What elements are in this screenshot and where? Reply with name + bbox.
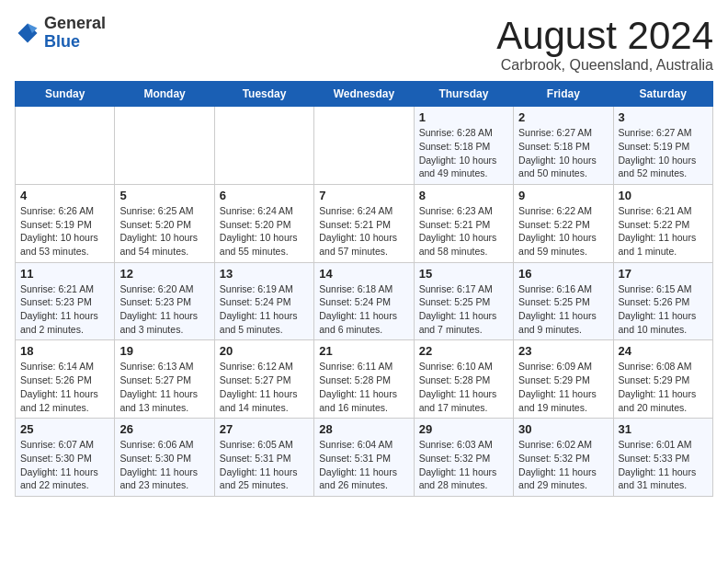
- calendar-cell: 23Sunrise: 6:09 AM Sunset: 5:29 PM Dayli…: [514, 340, 613, 419]
- day-info: Sunrise: 6:09 AM Sunset: 5:29 PM Dayligh…: [518, 360, 608, 414]
- day-number: 29: [419, 422, 508, 436]
- logo-general: General: [44, 14, 106, 32]
- day-info: Sunrise: 6:13 AM Sunset: 5:27 PM Dayligh…: [119, 360, 209, 414]
- calendar-cell: 16Sunrise: 6:16 AM Sunset: 5:25 PM Dayli…: [514, 262, 613, 340]
- day-info: Sunrise: 6:17 AM Sunset: 5:25 PM Dayligh…: [419, 282, 508, 337]
- calendar-cell: [214, 107, 313, 185]
- day-info: Sunrise: 6:05 AM Sunset: 5:31 PM Dayligh…: [220, 438, 309, 492]
- day-number: 15: [419, 267, 508, 281]
- calendar-cell: 15Sunrise: 6:17 AM Sunset: 5:25 PM Dayli…: [414, 262, 513, 340]
- calendar-cell: 7Sunrise: 6:24 AM Sunset: 5:21 PM Daylig…: [314, 184, 414, 262]
- calendar-cell: 26Sunrise: 6:06 AM Sunset: 5:30 PM Dayli…: [115, 419, 214, 497]
- calendar-cell: 14Sunrise: 6:18 AM Sunset: 5:24 PM Dayli…: [314, 262, 414, 340]
- calendar-cell: 12Sunrise: 6:20 AM Sunset: 5:23 PM Dayli…: [115, 262, 214, 340]
- calendar-week-3: 11Sunrise: 6:21 AM Sunset: 5:23 PM Dayli…: [16, 262, 713, 340]
- day-number: 1: [419, 110, 508, 124]
- logo-icon: [15, 20, 40, 46]
- month-title: August 2024: [496, 15, 713, 57]
- day-number: 24: [619, 344, 708, 358]
- calendar-cell: 24Sunrise: 6:08 AM Sunset: 5:29 PM Dayli…: [613, 340, 712, 419]
- day-number: 26: [119, 422, 209, 436]
- logo-text: General Blue: [44, 15, 106, 52]
- day-number: 11: [20, 267, 109, 281]
- calendar-cell: 27Sunrise: 6:05 AM Sunset: 5:31 PM Dayli…: [214, 419, 313, 497]
- day-number: 4: [20, 189, 109, 202]
- day-number: 9: [518, 189, 608, 202]
- calendar-cell: [115, 107, 214, 185]
- calendar-cell: 19Sunrise: 6:13 AM Sunset: 5:27 PM Dayli…: [115, 340, 214, 419]
- calendar-week-5: 25Sunrise: 6:07 AM Sunset: 5:30 PM Dayli…: [16, 419, 713, 497]
- day-number: 10: [619, 189, 708, 202]
- day-number: 3: [619, 110, 708, 124]
- calendar-cell: 10Sunrise: 6:21 AM Sunset: 5:22 PM Dayli…: [613, 184, 712, 262]
- calendar-cell: 3Sunrise: 6:27 AM Sunset: 5:19 PM Daylig…: [613, 107, 712, 185]
- day-number: 31: [619, 422, 708, 436]
- day-info: Sunrise: 6:24 AM Sunset: 5:21 PM Dayligh…: [319, 204, 408, 259]
- day-number: 12: [119, 267, 209, 281]
- calendar-table: SundayMondayTuesdayWednesdayThursdayFrid…: [15, 81, 713, 497]
- calendar-cell: 9Sunrise: 6:22 AM Sunset: 5:22 PM Daylig…: [514, 184, 613, 262]
- calendar-cell: 4Sunrise: 6:26 AM Sunset: 5:19 PM Daylig…: [16, 184, 115, 262]
- calendar-week-2: 4Sunrise: 6:26 AM Sunset: 5:19 PM Daylig…: [16, 184, 713, 262]
- day-number: 25: [20, 422, 109, 436]
- day-info: Sunrise: 6:19 AM Sunset: 5:24 PM Dayligh…: [220, 282, 309, 337]
- calendar-cell: 2Sunrise: 6:27 AM Sunset: 5:18 PM Daylig…: [514, 107, 613, 185]
- calendar-header: SundayMondayTuesdayWednesdayThursdayFrid…: [16, 82, 713, 107]
- calendar-cell: 6Sunrise: 6:24 AM Sunset: 5:20 PM Daylig…: [214, 184, 313, 262]
- day-number: 16: [518, 267, 608, 281]
- calendar-cell: 31Sunrise: 6:01 AM Sunset: 5:33 PM Dayli…: [613, 419, 712, 497]
- calendar-cell: 21Sunrise: 6:11 AM Sunset: 5:28 PM Dayli…: [314, 340, 414, 419]
- day-number: 30: [518, 422, 608, 436]
- day-info: Sunrise: 6:01 AM Sunset: 5:33 PM Dayligh…: [619, 438, 708, 492]
- day-number: 23: [518, 344, 608, 358]
- day-info: Sunrise: 6:24 AM Sunset: 5:20 PM Dayligh…: [220, 204, 309, 259]
- weekday-header-wednesday: Wednesday: [314, 82, 414, 107]
- day-info: Sunrise: 6:04 AM Sunset: 5:31 PM Dayligh…: [319, 438, 408, 492]
- weekday-header-monday: Monday: [115, 82, 214, 107]
- calendar-cell: 17Sunrise: 6:15 AM Sunset: 5:26 PM Dayli…: [613, 262, 712, 340]
- calendar-cell: 20Sunrise: 6:12 AM Sunset: 5:27 PM Dayli…: [214, 340, 313, 419]
- calendar-cell: 13Sunrise: 6:19 AM Sunset: 5:24 PM Dayli…: [214, 262, 313, 340]
- day-number: 13: [220, 267, 309, 281]
- day-info: Sunrise: 6:02 AM Sunset: 5:32 PM Dayligh…: [518, 438, 608, 492]
- weekday-header-thursday: Thursday: [414, 82, 513, 107]
- day-number: 14: [319, 267, 408, 281]
- location-title: Carbrook, Queensland, Australia: [496, 57, 713, 74]
- day-number: 22: [419, 344, 508, 358]
- day-info: Sunrise: 6:14 AM Sunset: 5:26 PM Dayligh…: [20, 360, 109, 414]
- calendar-cell: 1Sunrise: 6:28 AM Sunset: 5:18 PM Daylig…: [414, 107, 513, 185]
- calendar-week-4: 18Sunrise: 6:14 AM Sunset: 5:26 PM Dayli…: [16, 340, 713, 419]
- day-info: Sunrise: 6:27 AM Sunset: 5:18 PM Dayligh…: [518, 126, 608, 180]
- day-number: 7: [319, 189, 408, 202]
- day-info: Sunrise: 6:28 AM Sunset: 5:18 PM Dayligh…: [419, 126, 508, 180]
- calendar-body: 1Sunrise: 6:28 AM Sunset: 5:18 PM Daylig…: [16, 107, 713, 497]
- day-info: Sunrise: 6:15 AM Sunset: 5:26 PM Dayligh…: [619, 282, 708, 337]
- day-info: Sunrise: 6:11 AM Sunset: 5:28 PM Dayligh…: [319, 360, 408, 414]
- calendar-cell: 28Sunrise: 6:04 AM Sunset: 5:31 PM Dayli…: [314, 419, 414, 497]
- day-info: Sunrise: 6:08 AM Sunset: 5:29 PM Dayligh…: [619, 360, 708, 414]
- day-info: Sunrise: 6:21 AM Sunset: 5:23 PM Dayligh…: [20, 282, 109, 337]
- calendar-cell: 5Sunrise: 6:25 AM Sunset: 5:20 PM Daylig…: [115, 184, 214, 262]
- logo: General Blue: [15, 15, 106, 52]
- day-info: Sunrise: 6:10 AM Sunset: 5:28 PM Dayligh…: [419, 360, 508, 414]
- weekday-header-tuesday: Tuesday: [214, 82, 313, 107]
- day-info: Sunrise: 6:18 AM Sunset: 5:24 PM Dayligh…: [319, 282, 408, 337]
- day-number: 21: [319, 344, 408, 358]
- day-number: 20: [220, 344, 309, 358]
- calendar-cell: 29Sunrise: 6:03 AM Sunset: 5:32 PM Dayli…: [414, 419, 513, 497]
- day-info: Sunrise: 6:12 AM Sunset: 5:27 PM Dayligh…: [220, 360, 309, 414]
- weekday-header-friday: Friday: [514, 82, 613, 107]
- weekday-header-saturday: Saturday: [613, 82, 712, 107]
- day-number: 2: [518, 110, 608, 124]
- calendar-cell: 8Sunrise: 6:23 AM Sunset: 5:21 PM Daylig…: [414, 184, 513, 262]
- weekday-header-row: SundayMondayTuesdayWednesdayThursdayFrid…: [16, 82, 713, 107]
- title-block: August 2024 Carbrook, Queensland, Austra…: [496, 15, 713, 74]
- day-info: Sunrise: 6:20 AM Sunset: 5:23 PM Dayligh…: [119, 282, 209, 337]
- day-number: 27: [220, 422, 309, 436]
- day-number: 18: [20, 344, 109, 358]
- calendar-cell: 30Sunrise: 6:02 AM Sunset: 5:32 PM Dayli…: [514, 419, 613, 497]
- calendar-cell: [314, 107, 414, 185]
- day-info: Sunrise: 6:06 AM Sunset: 5:30 PM Dayligh…: [119, 438, 209, 492]
- day-info: Sunrise: 6:21 AM Sunset: 5:22 PM Dayligh…: [619, 204, 708, 259]
- day-number: 17: [619, 267, 708, 281]
